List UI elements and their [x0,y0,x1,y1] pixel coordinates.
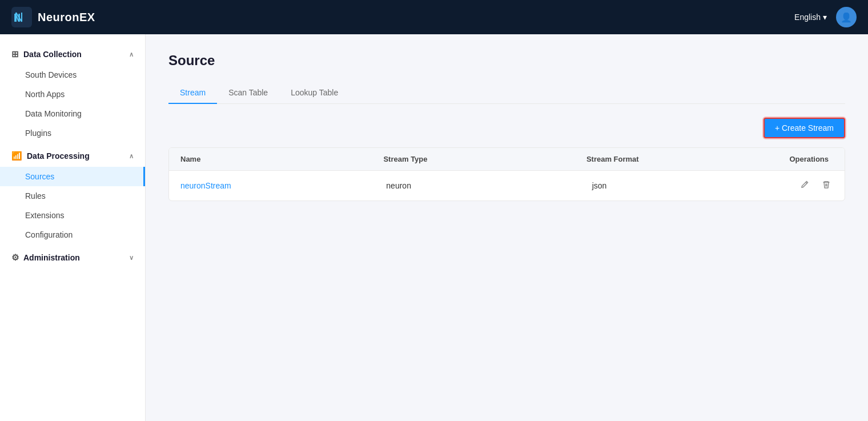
data-processing-chevron-icon: ∧ [129,153,134,160]
sidebar-item-south-devices[interactable]: South Devices [0,65,145,85]
sidebar-item-data-monitoring[interactable]: Data Monitoring [0,104,145,123]
user-avatar[interactable]: 👤 [836,7,857,27]
sidebar-section-administration: ⚙ Administration ∨ [0,247,145,268]
app-layout: ⊞ Data Collection ∧ South Devices North … [0,34,868,421]
sidebar-section-data-processing: 📶 Data Processing ∧ Sources Rules Extens… [0,145,145,244]
data-collection-items: South Devices North Apps Data Monitoring… [0,65,145,143]
col-header-stream-format: Stream Format [586,155,789,163]
create-stream-button[interactable]: + Create Stream [763,118,845,138]
sidebar-section-label-data-processing: Data Processing [27,151,90,161]
sidebar-item-plugins[interactable]: Plugins [0,123,145,143]
sidebar: ⊞ Data Collection ∧ South Devices North … [0,34,146,421]
sidebar-section-header-administration[interactable]: ⚙ Administration ∨ [0,247,145,268]
user-icon: 👤 [841,12,852,23]
tab-lookup-table[interactable]: Lookup Table [279,82,349,104]
sidebar-section-header-data-processing[interactable]: 📶 Data Processing ∧ [0,145,145,167]
sidebar-item-extensions[interactable]: Extensions [0,206,145,225]
page-title: Source [168,53,845,69]
tab-scan-table[interactable]: Scan Table [217,82,279,104]
source-tabs: Stream Scan Table Lookup Table [168,82,845,104]
row-name-cell: neuronStream [180,181,386,190]
stream-name-link[interactable]: neuronStream [180,181,231,190]
administration-chevron-icon: ∨ [129,254,134,262]
sidebar-section-data-collection: ⊞ Data Collection ∧ South Devices North … [0,43,145,143]
data-processing-icon: 📶 [11,151,22,161]
delete-icon [822,180,831,189]
administration-icon: ⚙ [11,252,19,263]
edit-button[interactable] [798,179,811,193]
col-header-operations: Operations [789,155,833,163]
sidebar-section-label-administration: Administration [23,253,80,262]
row-operations-cell [798,179,833,193]
data-processing-items: Sources Rules Extensions Configuration [0,167,145,244]
top-header: N NeuronEX English ▾ 👤 [0,0,868,34]
language-label: English [794,13,821,22]
data-collection-icon: ⊞ [11,49,19,59]
neuronex-logo-icon: N [11,7,32,27]
sidebar-section-label-data-collection: Data Collection [23,50,82,59]
delete-button[interactable] [819,179,833,193]
language-selector[interactable]: English ▾ [794,13,827,22]
sidebar-item-north-apps[interactable]: North Apps [0,85,145,104]
sidebar-item-configuration[interactable]: Configuration [0,225,145,244]
col-header-name: Name [180,155,383,163]
logo-area: N NeuronEX [11,7,95,27]
row-stream-format-cell: json [592,181,798,190]
data-collection-chevron-icon: ∧ [129,51,134,58]
sidebar-section-header-data-collection[interactable]: ⊞ Data Collection ∧ [0,43,145,65]
table-row: neuronStream neuron json [169,171,845,201]
streams-table: Name Stream Type Stream Format Operation… [168,147,845,201]
sidebar-item-sources[interactable]: Sources [0,167,145,186]
main-content: Source Stream Scan Table Lookup Table + … [146,34,868,421]
tab-stream[interactable]: Stream [168,82,217,104]
language-chevron-icon: ▾ [823,13,827,22]
table-header: Name Stream Type Stream Format Operation… [169,148,845,171]
col-header-stream-type: Stream Type [383,155,586,163]
edit-icon [800,180,809,189]
header-right: English ▾ 👤 [794,7,857,27]
row-stream-type-cell: neuron [386,181,592,190]
app-title: NeuronEX [38,11,95,24]
toolbar: + Create Stream [168,118,845,138]
sidebar-item-rules[interactable]: Rules [0,186,145,206]
